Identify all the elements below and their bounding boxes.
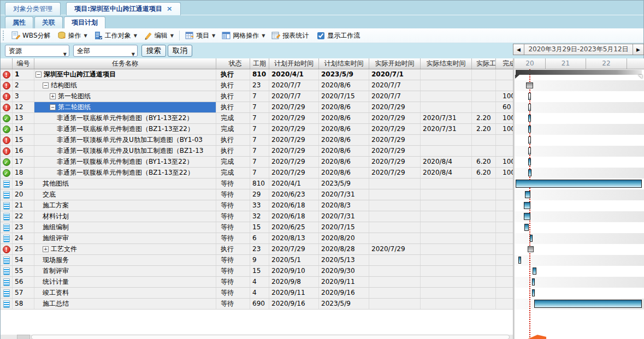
tab-object-classification[interactable]: 对象分类管理 — [5, 2, 61, 15]
gantt-bar-blue[interactable] — [532, 289, 535, 296]
gantt-bar-blue[interactable] — [533, 267, 536, 275]
gantt-bar-blue[interactable] — [528, 126, 531, 133]
work-object-icon — [94, 31, 103, 40]
search-button[interactable]: 搜索 — [141, 45, 166, 57]
table-row[interactable]: !15非通第一联顶板单元件及U肋加工制造图（BY1-03执行72020/7/29… — [1, 135, 513, 146]
gantt-bar-blue[interactable] — [524, 224, 529, 231]
gantt-bar-blue[interactable] — [528, 169, 531, 176]
gantt-bar-gray[interactable] — [526, 82, 533, 88]
gantt-bar-blue[interactable] — [532, 278, 535, 286]
table-row[interactable]: 21施工方案等待332020/6/182020/8/3 — [1, 200, 513, 211]
collapse-toggle[interactable]: − — [43, 82, 49, 88]
column-header-4[interactable]: 工期 — [250, 58, 269, 69]
gantt-bar-blue[interactable] — [528, 115, 531, 122]
task-name-wrap: 非通第一联顶板单元件及U肋加工制造图（BY1-03 — [34, 135, 216, 145]
gantt-bar-open[interactable] — [528, 147, 531, 154]
toolbar-grip[interactable] — [3, 31, 5, 40]
gantt-bar-blue-long[interactable] — [534, 300, 642, 308]
tab-project[interactable]: 项目:深圳至中山跨江通道项目× — [66, 2, 181, 15]
gantt-bar-blue[interactable] — [530, 235, 533, 242]
document-icon — [3, 267, 10, 275]
show-workflow-checkbox[interactable] — [317, 32, 324, 39]
table-row[interactable]: ✓13非通第一联底板单元件制造图（BY1-13至22）完成72020/7/292… — [1, 113, 513, 124]
status-icon-cell: ✓ — [1, 113, 13, 123]
status-icon-cell — [1, 189, 13, 200]
next-range-button[interactable]: ▶ — [633, 44, 643, 55]
gantt-bar-blue[interactable] — [518, 257, 521, 264]
column-header-5[interactable]: 计划开始时间 — [269, 58, 319, 69]
edit-menu-button[interactable]: 编辑▼ — [140, 29, 177, 41]
cell-name: 施组编制 — [34, 222, 216, 233]
column-header-2[interactable]: 任务名称 — [34, 58, 216, 69]
table-row[interactable]: 56统计计量等待42020/9/82020/9/11 — [1, 277, 513, 288]
gantt-bar-open[interactable] — [528, 93, 531, 100]
column-header-0[interactable] — [1, 58, 13, 69]
cell-actual_end — [421, 222, 472, 233]
table-row[interactable]: !16非通第一联顶板单元件及U肋加工制造图（BZ1-13执行72020/7/29… — [1, 146, 513, 157]
gantt-bar-blue-long[interactable] — [516, 180, 642, 188]
project-menu-button[interactable]: 项目▼ — [182, 29, 218, 41]
table-row[interactable]: 57竣工资料等待42020/9/112020/9/16 — [1, 288, 513, 299]
operations-menu-button[interactable]: 操作▼ — [54, 29, 91, 41]
table-row[interactable]: !1−深圳至中山跨江通道项目执行8102020/4/12023/5/92020/… — [1, 69, 513, 80]
scrollbar-thumb[interactable] — [31, 335, 510, 339]
report-statistics-button[interactable]: 报表统计 — [268, 29, 312, 41]
expand-toggle[interactable]: + — [43, 246, 49, 252]
table-row[interactable]: !25+工艺文件执行232020/7/292020/8/282020/7/29 — [1, 244, 513, 255]
table-row[interactable]: ✓18非通第一联腹板单元件制造图（BZ1-13至22）完成72020/7/292… — [1, 168, 513, 179]
scope-dropdown[interactable]: 全部 ▼ — [73, 45, 138, 57]
table-row[interactable]: 24施组评审等待62020/8/132020/8/20 — [1, 233, 513, 244]
expand-toggle[interactable]: + — [50, 93, 56, 99]
gantt-bar-blue[interactable] — [525, 191, 530, 198]
gantt-bar-open[interactable] — [528, 136, 531, 144]
work-object-menu-button[interactable]: 工作对象▼ — [91, 29, 140, 41]
column-header-6[interactable]: 计划结束时间 — [319, 58, 369, 69]
gantt-bar-summary[interactable] — [516, 70, 642, 75]
cell-actual_end: 2020/8/4 — [421, 168, 472, 178]
table-row[interactable]: 23施组编制等待152020/6/252020/7/15 — [1, 222, 513, 233]
table-row[interactable]: 58施工总结等待6902020/9/162023/5/9 — [1, 299, 513, 310]
table-row[interactable]: 22材料计划等待322020/6/182020/7/31 — [1, 211, 513, 222]
resource-dropdown[interactable]: 资源 ▼ — [5, 45, 69, 57]
cancel-button[interactable]: 取消 — [168, 45, 192, 57]
column-header-3[interactable]: 状态 — [216, 58, 250, 69]
table-row[interactable]: !12−第二轮图纸执行72020/7/292020/8/62020/7/2960 — [1, 102, 513, 113]
close-icon[interactable]: × — [167, 4, 173, 13]
table-row[interactable]: ✓17非通第一联腹板单元件制造图（BY1-13至22）完成72020/7/292… — [1, 157, 513, 168]
table-row[interactable]: 54现场服务等待92020/5/12020/5/13 — [1, 255, 513, 266]
cell-actual_end — [421, 189, 472, 200]
column-header-9[interactable]: 实际工 — [472, 58, 496, 69]
column-header-7[interactable]: 实际开始时间 — [369, 58, 421, 69]
table-row[interactable]: !3+第一轮图纸执行72020/7/72020/7/152020/7/7100 — [1, 91, 513, 102]
column-header-10[interactable]: 完成 — [496, 58, 513, 69]
gantt-bar-blue[interactable] — [524, 213, 530, 220]
table-row[interactable]: 19其他图纸等待8102020/4/12023/5/9 — [1, 179, 513, 189]
status-icon-cell: ! — [1, 91, 13, 102]
column-header-1[interactable]: 编号 — [13, 58, 34, 69]
task-name: 非通第一联顶板单元件及U肋加工制造图（BZ1-13 — [57, 146, 203, 156]
tab-associations[interactable]: 关联 — [34, 16, 63, 28]
table-row[interactable]: 55首制评审等待152020/9/102020/9/30 — [1, 266, 513, 277]
alert-icon: ! — [3, 104, 10, 111]
collapse-toggle[interactable]: − — [36, 72, 42, 78]
grid-operations-menu-button[interactable]: 网格操作▼ — [218, 29, 268, 41]
prev-range-button[interactable]: ◀ — [513, 44, 524, 55]
wbs-decompose-button[interactable]: WBS分解 — [8, 29, 54, 41]
gantt-row-band — [515, 222, 644, 233]
cell-name: −第二轮图纸 — [34, 102, 216, 112]
table-row[interactable]: 20交底等待292020/6/232020/7/31 — [1, 189, 513, 200]
tab-properties[interactable]: 属性 — [5, 16, 33, 28]
cell-name: 非通第一联腹板单元件制造图（BZ1-13至22） — [34, 168, 216, 178]
table-row[interactable]: !2−结构图纸执行232020/7/72020/8/62020/7/7 — [1, 80, 513, 91]
gantt-bar-blue[interactable] — [528, 158, 531, 165]
gantt-bar-blue[interactable] — [524, 202, 530, 209]
collapse-toggle[interactable]: − — [50, 104, 56, 110]
tab-project-plan[interactable]: 项目计划 — [64, 16, 105, 28]
cell-duration: 7 — [250, 135, 269, 145]
gantt-bar-open[interactable] — [528, 104, 531, 111]
table-row[interactable]: ✓14非通第一联底板单元件制造图（BZ1-13至22）完成72020/7/292… — [1, 124, 513, 135]
column-header-8[interactable]: 实际结束时间 — [421, 58, 472, 69]
cell-plan_end: 2020/9/30 — [319, 266, 369, 276]
gantt-bar-gray[interactable] — [528, 246, 534, 252]
scrollbar-button[interactable] — [17, 335, 30, 339]
